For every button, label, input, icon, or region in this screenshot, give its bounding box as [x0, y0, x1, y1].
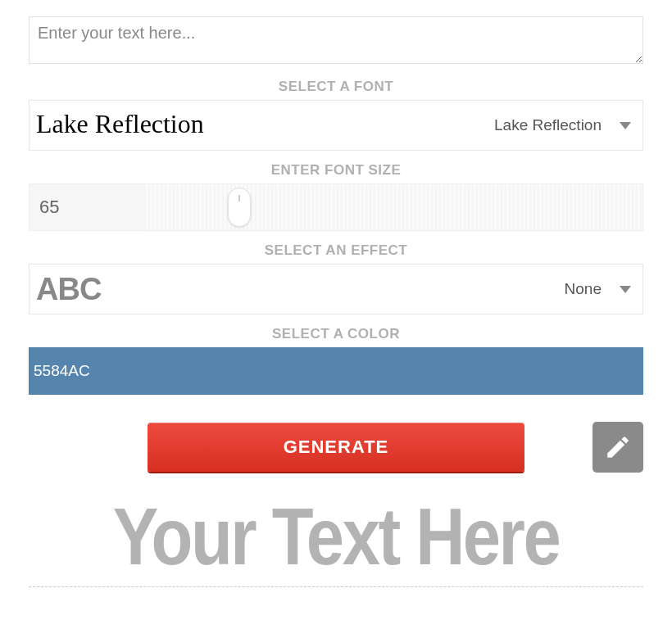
color-value: 5584AC	[34, 362, 90, 380]
font-size-slider[interactable]	[144, 184, 642, 230]
text-input[interactable]	[29, 16, 643, 64]
effect-select-value: None	[565, 280, 602, 298]
font-select-value: Lake Reflection	[494, 116, 602, 134]
svg-text:Lake Reflection: Lake Reflection	[36, 110, 204, 138]
select-font-label: SELECT A FONT	[29, 79, 643, 95]
action-row: GENERATE	[29, 423, 643, 472]
effect-preview-text: ABC	[36, 272, 101, 307]
font-size-input[interactable]	[30, 184, 144, 230]
effect-preview: ABC	[36, 265, 556, 314]
color-select[interactable]: 5584AC	[29, 347, 643, 395]
font-select[interactable]: Lake Reflection Lake Reflection	[29, 100, 643, 151]
pencil-icon	[604, 433, 632, 461]
generate-button[interactable]: GENERATE	[148, 423, 524, 472]
divider	[29, 586, 643, 587]
font-preview: Lake Reflection	[36, 101, 486, 150]
edit-button[interactable]	[593, 422, 643, 473]
select-effect-label: SELECT AN EFFECT	[29, 242, 643, 259]
output-preview-text: Your Text Here	[75, 496, 597, 577]
font-size-row	[29, 183, 643, 231]
chevron-down-icon	[620, 286, 631, 293]
slider-thumb[interactable]	[228, 188, 251, 227]
chevron-down-icon	[620, 122, 631, 129]
effect-select[interactable]: ABC None	[29, 264, 643, 314]
select-color-label: SELECT A COLOR	[29, 326, 643, 342]
enter-font-size-label: ENTER FONT SIZE	[29, 162, 643, 179]
